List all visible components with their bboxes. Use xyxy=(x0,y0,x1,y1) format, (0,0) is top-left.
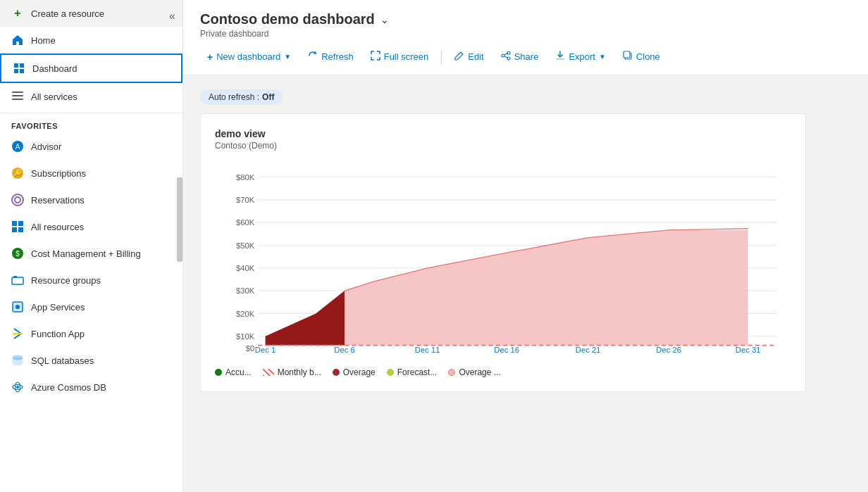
collapse-button[interactable]: « xyxy=(169,10,175,23)
sidebar-item-cosmos-db[interactable]: Azure Cosmos DB xyxy=(0,374,182,400)
svg-rect-6 xyxy=(12,99,23,100)
auto-refresh-value: Off xyxy=(262,92,274,102)
sidebar-item-all-services[interactable]: All services xyxy=(0,83,182,110)
svg-text:A: A xyxy=(16,143,20,151)
clone-label: Clone xyxy=(636,51,660,62)
svg-marker-61 xyxy=(345,230,748,346)
sidebar-divider xyxy=(0,113,182,113)
refresh-button[interactable]: Refresh xyxy=(301,47,361,66)
sidebar-item-all-resources[interactable]: All resources xyxy=(0,213,182,240)
svg-rect-4 xyxy=(12,92,23,93)
svg-text:Dec 1: Dec 1 xyxy=(255,346,275,354)
svg-text:$40K: $40K xyxy=(236,264,255,272)
page-header: Contoso demo dashboard ⌄ Private dashboa… xyxy=(183,0,868,75)
sidebar-item-label: Dashboard xyxy=(32,63,78,74)
export-chevron-icon: ▼ xyxy=(599,53,606,61)
chart-legend: Accu... Monthly b... Overage Forecast...… xyxy=(215,367,791,377)
share-icon xyxy=(501,51,511,63)
app-services-icon xyxy=(11,301,24,313)
sidebar-item-label: Resource groups xyxy=(31,275,101,286)
sidebar-item-function-app[interactable]: Function App xyxy=(0,320,182,347)
sidebar-item-label: App Services xyxy=(31,302,85,313)
plus-icon: + xyxy=(207,51,213,63)
export-icon xyxy=(555,51,565,63)
svg-rect-3 xyxy=(20,69,24,73)
home-icon xyxy=(11,34,24,46)
sidebar-item-sql-databases[interactable]: SQL databases xyxy=(0,347,182,374)
svg-text:$60K: $60K xyxy=(236,218,255,227)
sidebar-item-label: Home xyxy=(31,35,56,46)
fullscreen-label: Full screen xyxy=(384,51,429,62)
svg-text:$: $ xyxy=(16,250,20,258)
svg-point-12 xyxy=(15,197,20,203)
svg-text:$10K: $10K xyxy=(236,332,255,341)
svg-rect-16 xyxy=(18,227,23,232)
refresh-icon xyxy=(308,51,318,63)
subscriptions-icon: 🔑 xyxy=(11,167,24,179)
sidebar-item-label: Subscriptions xyxy=(31,168,86,179)
new-dashboard-button[interactable]: + New dashboard ▼ xyxy=(200,48,298,66)
svg-point-30 xyxy=(502,54,504,57)
svg-line-32 xyxy=(504,53,507,55)
cost-management-icon: $ xyxy=(11,247,24,260)
svg-rect-35 xyxy=(624,51,630,58)
fullscreen-icon xyxy=(371,51,380,63)
sidebar-item-create-resource[interactable]: + Create a resource xyxy=(0,0,182,27)
chart-area: $80K $70K $60K $50K $40K $30K $20K $10K … xyxy=(215,162,791,359)
svg-text:Dec 16: Dec 16 xyxy=(494,346,519,354)
sidebar-item-subscriptions[interactable]: 🔑 Subscriptions xyxy=(0,160,182,187)
new-dashboard-label: New dashboard xyxy=(216,51,280,62)
svg-point-28 xyxy=(16,386,19,389)
sidebar-item-label: Azure Cosmos DB xyxy=(31,382,106,393)
share-label: Share xyxy=(514,51,539,62)
svg-text:$70K: $70K xyxy=(236,196,255,204)
legend-item-forecast: Forecast... xyxy=(387,367,438,377)
svg-text:🔑: 🔑 xyxy=(13,168,23,178)
sidebar-item-app-services[interactable]: App Services xyxy=(0,294,182,320)
svg-rect-19 xyxy=(12,277,23,284)
sidebar-item-reservations[interactable]: Reservations xyxy=(0,187,182,213)
legend-item-monthly: Monthly b... xyxy=(263,367,321,377)
plus-icon: + xyxy=(11,7,24,20)
sidebar-item-label: Create a resource xyxy=(31,8,104,19)
sidebar-item-home[interactable]: Home xyxy=(0,27,182,53)
chevron-down-icon: ▼ xyxy=(284,53,291,61)
svg-rect-2 xyxy=(14,69,18,73)
resource-groups-icon xyxy=(11,274,24,286)
sidebar-item-resource-groups[interactable]: Resource groups xyxy=(0,267,182,294)
svg-text:$80K: $80K xyxy=(236,173,255,182)
svg-line-33 xyxy=(504,56,507,58)
chevron-down-icon[interactable]: ⌄ xyxy=(380,14,389,25)
sidebar-item-label: Function App xyxy=(31,329,85,339)
sidebar-item-dashboard[interactable]: Dashboard xyxy=(0,53,182,83)
legend-item-accu: Accu... xyxy=(215,367,252,377)
chart-subtitle: Contoso (Demo) xyxy=(215,141,791,151)
legend-hatched-monthly xyxy=(263,369,274,376)
favorites-header: FAVORITES xyxy=(0,116,182,133)
sidebar-item-label: All resources xyxy=(31,222,84,232)
svg-text:$0: $0 xyxy=(246,344,255,353)
all-resources-icon xyxy=(11,220,24,233)
svg-rect-13 xyxy=(12,221,17,226)
chart-card: demo view Contoso (Demo) $80K $70K $ xyxy=(200,113,806,392)
sidebar-item-advisor[interactable]: A Advisor xyxy=(0,133,182,160)
advisor-icon: A xyxy=(11,140,24,153)
svg-rect-1 xyxy=(20,63,24,68)
full-screen-button[interactable]: Full screen xyxy=(364,47,436,66)
legend-label-forecast: Forecast... xyxy=(397,367,438,377)
export-label: Export xyxy=(569,51,595,62)
svg-point-31 xyxy=(507,57,510,60)
share-button[interactable]: Share xyxy=(494,47,546,66)
svg-rect-5 xyxy=(12,95,23,96)
dashboard-title: Contoso demo dashboard xyxy=(200,11,375,27)
main-content: Contoso demo dashboard ⌄ Private dashboa… xyxy=(183,0,868,492)
clone-button[interactable]: Clone xyxy=(616,47,667,66)
export-button[interactable]: Export ▼ xyxy=(548,47,612,66)
legend-label-monthly: Monthly b... xyxy=(278,367,321,377)
sidebar-item-cost-management[interactable]: $ Cost Management + Billing xyxy=(0,240,182,267)
edit-button[interactable]: Edit xyxy=(447,47,490,66)
svg-point-29 xyxy=(507,51,510,54)
auto-refresh-badge[interactable]: Auto refresh : Off xyxy=(200,89,283,105)
legend-label-overage2: Overage ... xyxy=(459,367,500,377)
svg-point-23 xyxy=(16,305,20,309)
